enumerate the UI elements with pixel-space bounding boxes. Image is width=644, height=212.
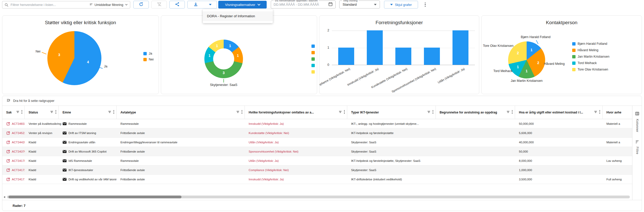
column-menu-icon[interactable] <box>432 110 433 115</box>
column-header-sak[interactable]: Sak <box>2 106 25 119</box>
cell-text: Lav avheng <box>606 159 622 162</box>
side-tab-columns[interactable]: Kolonner <box>632 111 642 132</box>
slice-value: 1 <box>517 65 519 69</box>
table-row[interactable]: ACT345227Venter på revisjonDrift av ITSM… <box>2 128 632 138</box>
side-panel-tabs: KolonnerFiltre <box>632 106 642 200</box>
bar <box>452 30 468 65</box>
column-filter-icon[interactable] <box>427 110 431 115</box>
external-link-icon[interactable] <box>6 122 10 126</box>
column-menu-icon[interactable] <box>21 110 22 115</box>
cell-text: Materiell a <box>606 122 620 125</box>
external-link-icon[interactable] <box>6 168 10 172</box>
side-tab-filters[interactable]: Filtre <box>632 140 642 154</box>
table-row[interactable]: ACT341714KladdDrift og vedlikehold av vå… <box>2 175 632 184</box>
column-header-ikt[interactable]: Typer IKT-tjenester <box>347 106 436 119</box>
column-filter-icon[interactable] <box>236 110 240 115</box>
view-options-button[interactable]: Visningsalternativer <box>218 1 267 8</box>
external-link-icon[interactable] <box>6 178 10 181</box>
cell-emne: Drift av ITSM løsning <box>59 128 117 138</box>
menu-item[interactable]: DORA - Register of Information <box>203 11 273 21</box>
column-header-label: Status <box>29 111 38 114</box>
bar-chart-business-functions <box>332 31 475 65</box>
cell-begrunnelse <box>436 165 515 175</box>
date-range-input[interactable] <box>274 3 328 6</box>
row-group-dropzone[interactable]: Dra hit for å sette radgrupper <box>2 96 642 106</box>
column-header-avtaletype[interactable]: Avtaletype <box>117 106 245 119</box>
cell-text: Venter på revisjon <box>29 131 52 135</box>
scroll-left-arrow-icon[interactable] <box>4 196 5 198</box>
slice-value: 2 <box>537 61 539 65</box>
case-link[interactable]: ACT341725 <box>12 169 25 172</box>
column-filter-icon[interactable] <box>16 110 20 115</box>
external-link-icon[interactable] <box>6 159 10 163</box>
column-filter-icon[interactable] <box>594 110 597 115</box>
callout-line <box>42 52 47 54</box>
column-filter-icon[interactable] <box>50 110 54 115</box>
column-menu-icon[interactable] <box>55 110 56 115</box>
table-row[interactable]: ACT341725KladdIKT-tjenesteavtalerFrittst… <box>2 165 632 175</box>
view-select[interactable]: Velg visning Standard <box>339 1 380 8</box>
table-row[interactable]: ACT348339Venter på kvalitetssikringRamme… <box>2 119 632 128</box>
search-input[interactable] <box>11 3 87 7</box>
column-header-avhengighet[interactable]: Hvor avhe <box>603 106 632 119</box>
legend: JaNei <box>143 52 154 61</box>
cell-funksjoner: Utlån (Viktig/kritisk: Ja) <box>245 138 347 147</box>
cell-text: Skytjenester: SaaS <box>351 150 376 153</box>
kebab-menu-icon[interactable] <box>423 1 428 8</box>
cell-text: IKT-helpdesk og førstelinjestøtte, Skytj… <box>351 159 420 162</box>
legend-item <box>311 64 315 67</box>
column-header-label: Hvor avhe <box>606 111 621 114</box>
legend-item: Ja <box>143 52 154 55</box>
hide-charts-button[interactable]: Skjul grafer <box>384 1 418 8</box>
external-link-icon[interactable] <box>6 131 10 135</box>
cell-begrunnelse <box>436 138 515 147</box>
external-link-icon[interactable] <box>6 150 10 154</box>
table-row[interactable]: ACT341786KladdIdS RammeavtaleRammeavtale… <box>2 156 632 165</box>
column-menu-icon[interactable] <box>599 110 600 115</box>
download-options-button[interactable] <box>204 1 217 8</box>
case-link[interactable]: ACT343768 <box>12 150 25 153</box>
external-link-icon[interactable] <box>6 140 10 144</box>
cell-ikt: IKT-driftsledelse (inkludert vedlikehold… <box>347 175 436 184</box>
cell-funksjoner: Kundestøtte (Viktig/kritisk: Nei) <box>245 128 347 138</box>
case-link[interactable]: ACT348339 <box>12 122 25 125</box>
table-row[interactable]: ACT343768KladdDrift av Microsoft 365 Cop… <box>2 147 632 156</box>
column-filter-icon[interactable] <box>338 110 342 115</box>
case-link[interactable]: ACT341786 <box>12 159 25 162</box>
cell-status: Venter på revisjon <box>25 128 59 138</box>
legend-swatch <box>572 42 576 46</box>
cell-ikt: Skytjenester: SaaS <box>347 147 436 156</box>
table-row[interactable]: ACT344286KladdEndringsavtale utlånEndrin… <box>2 138 632 147</box>
column-menu-icon[interactable] <box>344 110 345 115</box>
cell-avhengighet <box>603 147 632 156</box>
calendar-icon[interactable] <box>328 2 333 7</box>
case-link[interactable]: ACT341714 <box>12 178 25 181</box>
clear-filter-button[interactable] <box>151 1 167 8</box>
column-header-label: Hva er årlig utgift eller estimert kostn… <box>519 111 583 114</box>
column-header-emne[interactable]: Emne <box>59 106 117 119</box>
column-menu-icon[interactable] <box>241 110 242 115</box>
scrollbar-thumb[interactable] <box>8 196 181 198</box>
share-button[interactable] <box>169 1 185 8</box>
slice-value: 3 <box>223 71 225 75</box>
column-filter-icon[interactable] <box>506 110 510 115</box>
case-link[interactable]: ACT344286 <box>12 141 25 144</box>
view-options-label: Visningsalternativer <box>225 3 255 7</box>
column-menu-icon[interactable] <box>512 110 513 115</box>
column-header-funksjoner[interactable]: Hvilke forretningsfunksjoner omfattes av… <box>245 106 347 119</box>
column-menu-icon[interactable] <box>113 110 114 115</box>
legend-swatch <box>143 52 147 55</box>
download-button[interactable] <box>187 1 204 8</box>
chart-panel-contact-person: Kontaktperson Bjørn Harald FotlandHåvard… <box>481 15 642 94</box>
table-body: ACT348339Venter på kvalitetssikringRamme… <box>2 119 632 184</box>
case-link[interactable]: ACT345227 <box>12 131 25 135</box>
column-header-kostnad[interactable]: Hva er årlig utgift eller estimert kostn… <box>515 106 603 119</box>
filter-mode-select[interactable]: Umiddelbar filtrering <box>87 3 128 7</box>
chevron-down-icon <box>257 3 260 5</box>
refresh-button[interactable] <box>133 1 149 8</box>
cell-text: Utlån (Viktig/kritisk: Ja) <box>249 141 279 144</box>
column-filter-icon[interactable] <box>108 110 111 115</box>
column-header-status[interactable]: Status <box>25 106 59 119</box>
column-header-begrunnelse[interactable]: Begrunnelse for avslutning av oppdrag <box>436 106 515 119</box>
cell-emne: Rammeavtale <box>59 119 117 128</box>
